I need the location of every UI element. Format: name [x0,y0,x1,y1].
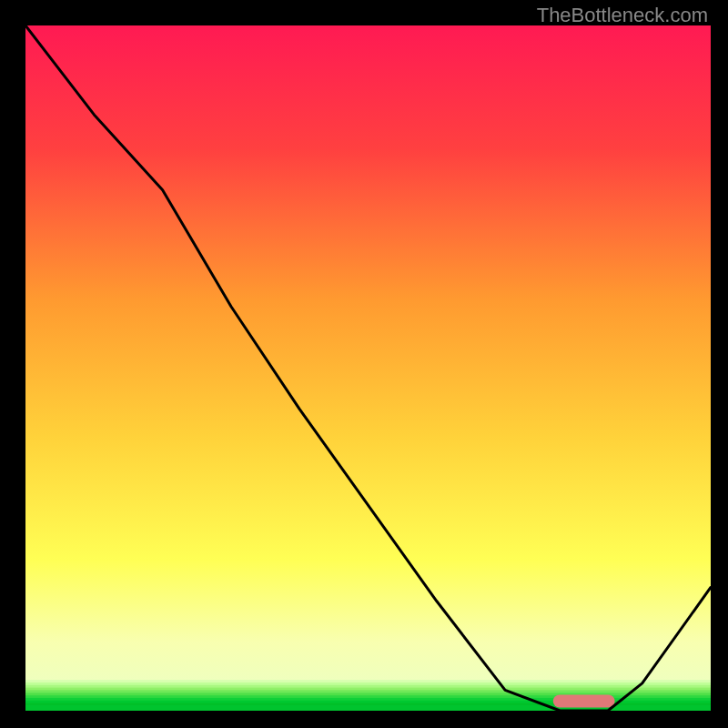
optimum-marker [553,694,615,707]
x-axis-line [25,711,711,718]
watermark-text: TheBottleneck.com [537,4,708,27]
y-axis-line [18,25,25,711]
chart-container: TheBottleneck.com [0,0,728,728]
plot-area [25,25,711,711]
chart-svg [25,25,711,711]
gradient-background [25,25,711,711]
svg-rect-13 [553,694,615,707]
